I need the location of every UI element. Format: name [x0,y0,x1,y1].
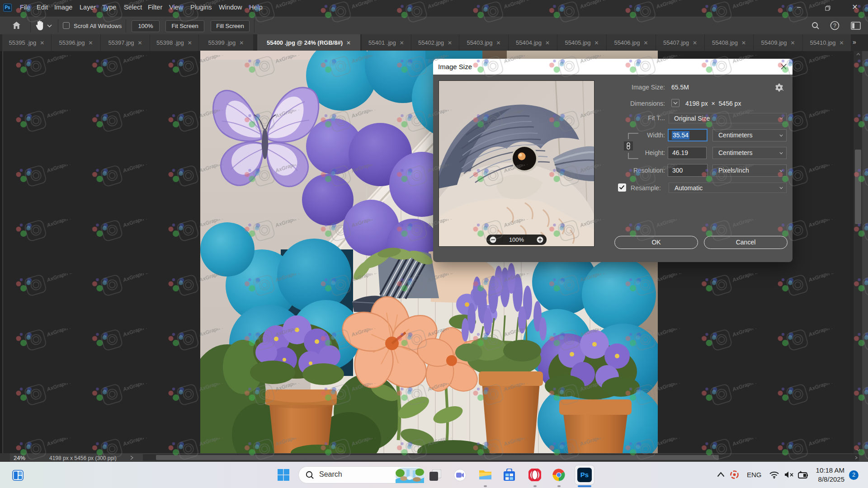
svg-text:?: ? [833,23,836,29]
